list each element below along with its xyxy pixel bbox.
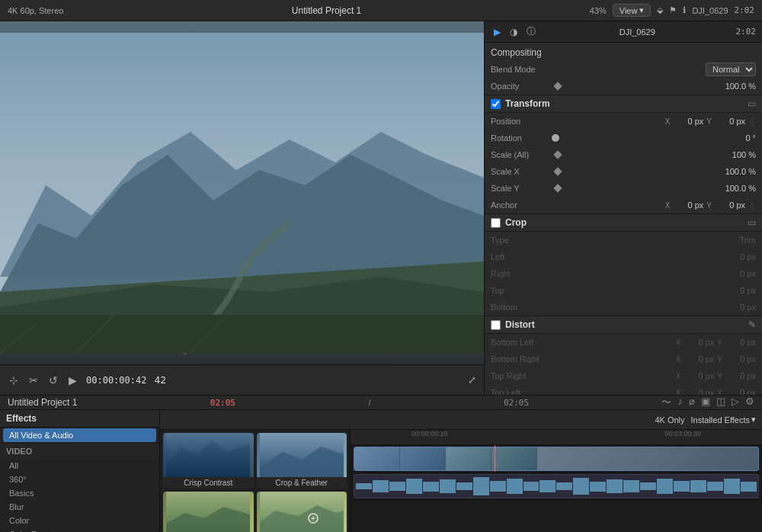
distort-bl-xy: X 0 px Y 0 px bbox=[676, 338, 756, 347]
transform-select-btn[interactable]: ⊹ bbox=[8, 373, 20, 388]
headphone-icon[interactable]: ⌀ bbox=[689, 396, 695, 409]
rotation-dot[interactable] bbox=[552, 134, 559, 142]
effects-and-timeline: Crisp Contrast bbox=[160, 430, 762, 532]
effects-cat-all-video[interactable]: All Video & Audio bbox=[3, 428, 156, 442]
info-tab[interactable]: ⓘ bbox=[523, 24, 539, 40]
filter-4k[interactable]: 4K Only bbox=[655, 415, 684, 425]
crop-expand-icon[interactable]: ▭ bbox=[748, 217, 756, 228]
effect-custom-lut[interactable]: Custom LUT bbox=[257, 492, 347, 532]
distort-edit-icon[interactable]: ✎ bbox=[748, 319, 756, 330]
effect-crop-feather-thumb bbox=[257, 433, 347, 477]
inspector-time: 2:02 bbox=[736, 27, 757, 37]
effect-cross-hatch[interactable]: Cross Hatch bbox=[163, 492, 254, 532]
scale-x-row: Scale X 100.0 % bbox=[485, 163, 762, 180]
position-xy: X 0 px Y 0 px ⋮ bbox=[665, 117, 756, 126]
scale-x-diamond[interactable] bbox=[553, 167, 562, 175]
timeline-current-time: 02:05 bbox=[210, 398, 235, 408]
playhead[interactable] bbox=[495, 445, 495, 472]
transform-expand-icon[interactable]: ▭ bbox=[748, 98, 756, 109]
video-icon[interactable]: ▣ bbox=[701, 396, 710, 409]
trim-btn[interactable]: ✂ bbox=[27, 373, 40, 388]
preview-area: ⊹ ✂ ↺ ▶ 00:00:00:42 42 ⤢ bbox=[0, 21, 484, 395]
right-bottom-area: 4K Only Installed Effects ▾ bbox=[160, 410, 762, 532]
crop-type-row: Type Trim bbox=[485, 232, 762, 248]
scale-all-value: 100 % bbox=[732, 150, 756, 159]
video-inspector-tab[interactable]: ▶ bbox=[491, 25, 504, 39]
blend-mode-row: Blend Mode Normal bbox=[485, 61, 762, 78]
bookmark-icon: ⚑ bbox=[669, 5, 677, 15]
scale-x-value: 100.0 % bbox=[725, 167, 756, 176]
effects-cat-basics[interactable]: Basics bbox=[0, 486, 159, 500]
inspector-filename: DJI_0629 bbox=[620, 27, 655, 37]
installed-effects-chevron: ▾ bbox=[751, 415, 756, 425]
distort-tr-row: Top Right X 0 px Y 0 px bbox=[485, 367, 762, 384]
distort-tl-label: Top Left bbox=[491, 388, 552, 395]
crop-top-row: Top 0 px bbox=[485, 282, 762, 299]
monitor-icon[interactable]: ▷ bbox=[732, 396, 739, 409]
scale-all-diamond[interactable] bbox=[553, 150, 562, 159]
scale-y-value: 100.0 % bbox=[725, 184, 756, 193]
effects-cat-color[interactable]: Color bbox=[0, 514, 159, 527]
effect-crop-feather[interactable]: Crop & Feather bbox=[257, 433, 347, 489]
anchor-label: Anchor bbox=[491, 200, 552, 210]
distort-tl-xy: X 0 px Y 0 px bbox=[676, 388, 756, 395]
crop-left-label: Left bbox=[491, 252, 552, 261]
scale-y-row: Scale Y 100.0 % bbox=[485, 180, 762, 197]
timeline-header: Untitled Project 1 02:05 / 02:05 〜 ♪ ⌀ ▣… bbox=[0, 396, 762, 410]
speed-btn[interactable]: ↺ bbox=[47, 373, 59, 388]
scale-y-label: Scale Y bbox=[491, 184, 552, 193]
effects-title: Effects bbox=[6, 413, 37, 424]
clip-icon[interactable]: ◫ bbox=[716, 396, 725, 409]
distort-tr-y-val: 0 px bbox=[725, 371, 756, 380]
position-more-icon[interactable]: ⋮ bbox=[748, 117, 756, 126]
video-clip[interactable] bbox=[354, 447, 759, 471]
scale-y-diamond[interactable] bbox=[553, 184, 562, 192]
distort-tr-label: Top Right bbox=[491, 371, 552, 380]
svg-rect-9 bbox=[166, 433, 250, 477]
distort-tl-y-val: 0 px bbox=[725, 388, 756, 395]
view-button[interactable]: View ▾ bbox=[613, 4, 652, 17]
effect-crisp-contrast[interactable]: Crisp Contrast bbox=[163, 433, 254, 489]
thumb-2 bbox=[400, 447, 446, 470]
transform-checkbox[interactable] bbox=[491, 99, 501, 109]
thumb-4 bbox=[491, 447, 537, 470]
anchor-y-label: Y bbox=[706, 201, 712, 210]
filter-installed[interactable]: Installed Effects ▾ bbox=[691, 415, 756, 425]
fullscreen-btn[interactable]: ⤢ bbox=[468, 374, 476, 386]
anchor-row: Anchor X 0 px Y 0 px ⋮ bbox=[485, 197, 762, 213]
volume-icon[interactable]: ♪ bbox=[677, 396, 683, 409]
transform-section: Transform ▭ bbox=[485, 95, 762, 113]
preview-timecode: 00:00:00:42 bbox=[86, 375, 146, 386]
crop-feather-image bbox=[260, 433, 344, 477]
audio-waveform-icon[interactable]: 〜 bbox=[661, 396, 671, 409]
audio-clip[interactable] bbox=[354, 474, 759, 498]
crop-right-row: Right 0 px bbox=[485, 265, 762, 282]
effects-cat-color-presets[interactable]: Color Presets bbox=[0, 527, 159, 532]
distort-checkbox[interactable] bbox=[491, 320, 501, 330]
anchor-more-icon[interactable]: ⋮ bbox=[748, 201, 756, 210]
effects-cat-blur[interactable]: Blur bbox=[0, 500, 159, 514]
crop-checkbox[interactable] bbox=[491, 218, 501, 228]
effects-cat-all[interactable]: All bbox=[0, 459, 159, 473]
effects-grid-header: 4K Only Installed Effects ▾ bbox=[160, 410, 762, 430]
distort-tl-x-label: X bbox=[676, 389, 681, 396]
effect-crisp-contrast-label: Crisp Contrast bbox=[163, 477, 254, 489]
bottom-main: Effects All Video & Audio VIDEO All 360°… bbox=[0, 410, 762, 532]
color-tab[interactable]: ◑ bbox=[507, 25, 520, 39]
compositing-header: Compositing bbox=[485, 43, 762, 61]
blend-mode-select[interactable]: Normal bbox=[706, 62, 756, 76]
effects-cat-360[interactable]: 360° bbox=[0, 473, 159, 486]
distort-br-x-label: X bbox=[676, 355, 681, 364]
settings-icon[interactable]: ⚙ bbox=[745, 396, 754, 409]
crop-bottom-row: Bottom 0 px bbox=[485, 299, 762, 316]
view-label: View bbox=[620, 6, 638, 15]
distort-bl-x-val: 0 px bbox=[684, 338, 714, 347]
zoom-level: 43% bbox=[590, 6, 607, 15]
thumb-3 bbox=[446, 447, 491, 470]
opacity-keyframe[interactable] bbox=[553, 82, 562, 90]
effect-crisp-contrast-thumb bbox=[163, 433, 254, 477]
crop-right-label: Right bbox=[491, 269, 552, 278]
play-btn[interactable]: ▶ bbox=[67, 373, 78, 388]
timeline-ruler: 00:00:00:15 00:03:00:30 bbox=[351, 430, 762, 445]
timeline-tracks-area: 00:00:00:15 00:03:00:30 bbox=[351, 430, 762, 532]
